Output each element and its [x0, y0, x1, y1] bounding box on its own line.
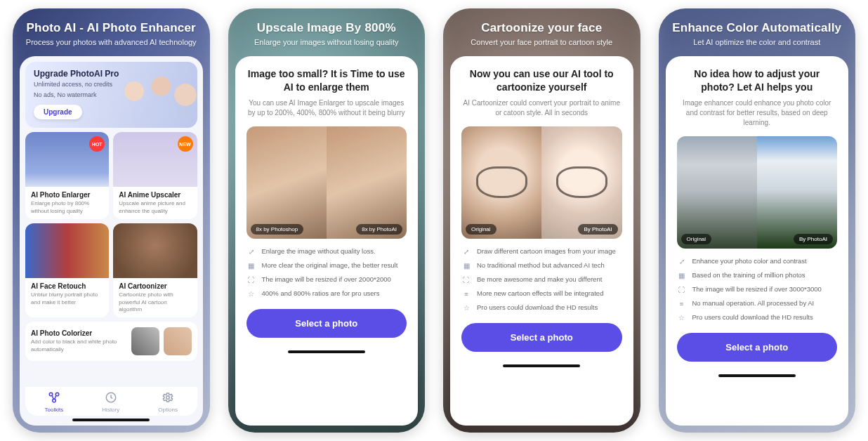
- screen-body: Image too small? It is Time to use AI to…: [235, 56, 419, 426]
- home-indicator: [288, 350, 365, 353]
- card-title: AI Cartoonizer: [113, 278, 197, 291]
- card-sub: Add color to black and white photo autom…: [31, 338, 127, 353]
- bullet-item: ▦More clear the original image, the bett…: [246, 261, 407, 271]
- feature-title: Now you can use our AI tool to cartooniz…: [461, 67, 622, 94]
- feature-card: Image too small? It is Time to use AI to…: [235, 56, 419, 426]
- upgrade-promo-card[interactable]: Upgrade PhotoAI Pro Unlimited access, no…: [25, 62, 197, 128]
- expand-icon: ⤢: [677, 257, 687, 267]
- screenshot-1: Photo AI - AI Photo Enhancer Process you…: [13, 8, 210, 433]
- svg-point-4: [166, 396, 170, 400]
- card-cartoonizer[interactable]: AI Cartoonizer Cartoonize photo with pow…: [113, 223, 197, 317]
- new-badge-icon: NEW: [178, 136, 193, 152]
- card-sub: Upscale anime picture and enhance the qu…: [113, 200, 197, 215]
- card-sub: Unblur blurry portrait photo and make it…: [25, 291, 109, 306]
- sliders-icon: ≡: [461, 289, 471, 299]
- screen-body: No idea how to adjust your photo? Let AI…: [666, 56, 849, 426]
- feature-bullets: ⤢Enlarge the image without quality loss.…: [246, 247, 407, 299]
- card-thumb: [25, 223, 109, 278]
- card-photo-colorizer[interactable]: AI Photo Colorizer Add color to black an…: [25, 322, 197, 361]
- before-thumb: [164, 327, 192, 355]
- feature-bullets: ⤢Draw different cartoon images from your…: [461, 247, 622, 313]
- star-icon: ☆: [246, 289, 256, 299]
- compare-left-label: Original: [466, 224, 497, 235]
- feature-sub: AI Cartoonizer could convert your portra…: [461, 98, 622, 118]
- promo-people-image: [112, 62, 197, 128]
- card-anime-upscaler[interactable]: NEW AI Anime Upscaler Upscale anime pict…: [113, 132, 197, 219]
- compare-left: 8x by Photoshop: [246, 126, 327, 239]
- feature-bullets: ⤢Enhance your photo color and contrast ▦…: [677, 257, 838, 323]
- bullet-item: ▦No traditional method but advanced AI t…: [461, 261, 622, 271]
- app-screenshot-gallery: Photo AI - AI Photo Enhancer Process you…: [0, 0, 868, 441]
- before-thumb: [131, 327, 159, 355]
- hero-subtitle: Convert your face portrait to cartoon st…: [456, 38, 628, 46]
- feature-title: Image too small? It is Time to use AI to…: [246, 67, 407, 94]
- card-title: AI Face Retouch: [25, 278, 109, 291]
- select-photo-button[interactable]: Select a photo: [677, 333, 838, 362]
- hero-header: Upscale Image By 800% Enlarge your image…: [228, 8, 426, 56]
- resize-icon: ⛶: [461, 275, 471, 285]
- screen-body: Upgrade PhotoAI Pro Unlimited access, no…: [20, 56, 203, 426]
- bullet-item: ⤢Enhance your photo color and contrast: [677, 257, 838, 267]
- hero-title: Upscale Image By 800%: [241, 21, 413, 35]
- compare-right-label: 8x by PhotoAI: [356, 224, 402, 235]
- bullet-item: ⛶The image will be resized if over 3000*…: [677, 285, 838, 295]
- toolkits-icon: [48, 391, 60, 405]
- tab-label: History: [102, 407, 119, 413]
- hero-title: Cartoonize your face: [456, 21, 628, 35]
- screenshot-2: Upscale Image By 800% Enlarge your image…: [228, 8, 426, 433]
- bullet-item: ⤢Draw different cartoon images from your…: [461, 247, 622, 257]
- sliders-icon: ≡: [677, 299, 687, 309]
- compare-left: Original: [461, 126, 541, 239]
- hero-title: Enhance Color Automatically: [671, 21, 843, 35]
- bullet-item: ▦Based on the training of million photos: [677, 271, 838, 281]
- tab-history[interactable]: History: [102, 391, 119, 413]
- screen-body: Now you can use our AI tool to cartooniz…: [450, 56, 633, 426]
- card-face-retouch[interactable]: AI Face Retouch Unblur blurry portrait p…: [25, 223, 109, 317]
- comparison-image: 8x by Photoshop 8x by PhotoAI: [246, 126, 407, 239]
- bullet-item: ☆400% and 800% ratios are for pro users: [246, 289, 407, 299]
- card-sub: Cartoonize photo with powerful AI cartoo…: [113, 291, 197, 313]
- expand-icon: ⤢: [461, 247, 471, 257]
- bullet-item: ☆Pro users could download the HD results: [677, 313, 838, 323]
- gear-icon: [162, 391, 174, 405]
- image-icon: ▦: [246, 261, 256, 271]
- feature-card: Now you can use our AI tool to cartooniz…: [450, 56, 633, 426]
- hero-header: Enhance Color Automatically Let AI optim…: [659, 8, 856, 56]
- hero-subtitle: Let AI optimize the color and contrast: [671, 38, 843, 46]
- comparison-image: Original By PhotoAI: [677, 136, 838, 249]
- compare-right: 8x by PhotoAI: [327, 126, 407, 239]
- feature-title: No idea how to adjust your photo? Let AI…: [677, 67, 838, 94]
- compare-left-label: Original: [681, 234, 712, 244]
- home-indicator: [718, 374, 796, 377]
- bullet-item: ⛶The image will be resized if over 2000*…: [246, 275, 407, 285]
- hero-subtitle: Process your photos with advanced AI tec…: [25, 38, 197, 46]
- bullet-item: ≡No manual operation. All processed by A…: [677, 299, 838, 309]
- star-icon: ☆: [677, 313, 687, 323]
- resize-icon: ⛶: [677, 285, 687, 295]
- card-title: AI Photo Colorizer: [31, 329, 127, 337]
- feature-card: No idea how to adjust your photo? Let AI…: [666, 56, 849, 426]
- resize-icon: ⛶: [246, 275, 256, 285]
- select-photo-button[interactable]: Select a photo: [246, 309, 407, 338]
- home-indicator: [503, 364, 580, 367]
- tab-label: Options: [158, 407, 178, 413]
- card-title: AI Anime Upscaler: [113, 187, 197, 200]
- history-icon: [105, 391, 117, 405]
- tab-options[interactable]: Options: [158, 391, 178, 413]
- card-sub: Enlarge photo by 800% without losing qua…: [25, 200, 109, 215]
- select-photo-button[interactable]: Select a photo: [461, 323, 622, 352]
- feature-sub: Image enhancer could enhance you photo c…: [677, 98, 838, 128]
- bullet-item: ⤢Enlarge the image without quality loss.: [246, 247, 407, 257]
- bottom-tab-bar: Toolkits History Options: [25, 387, 197, 416]
- feature-cards-grid: HOT AI Photo Enlarger Enlarge photo by 8…: [25, 132, 197, 317]
- tab-label: Toolkits: [45, 407, 64, 413]
- tab-toolkits[interactable]: Toolkits: [45, 391, 64, 413]
- image-icon: ▦: [461, 261, 471, 271]
- feature-sub: You can use AI Image Enlarger to upscale…: [246, 98, 407, 118]
- card-thumb: [113, 223, 197, 278]
- hero-title: Photo AI - AI Photo Enhancer: [25, 21, 197, 35]
- card-photo-enlarger[interactable]: HOT AI Photo Enlarger Enlarge photo by 8…: [25, 132, 109, 219]
- upgrade-button[interactable]: Upgrade: [34, 105, 82, 119]
- hero-header: Photo AI - AI Photo Enhancer Process you…: [13, 8, 210, 56]
- compare-right: By PhotoAI: [757, 136, 837, 249]
